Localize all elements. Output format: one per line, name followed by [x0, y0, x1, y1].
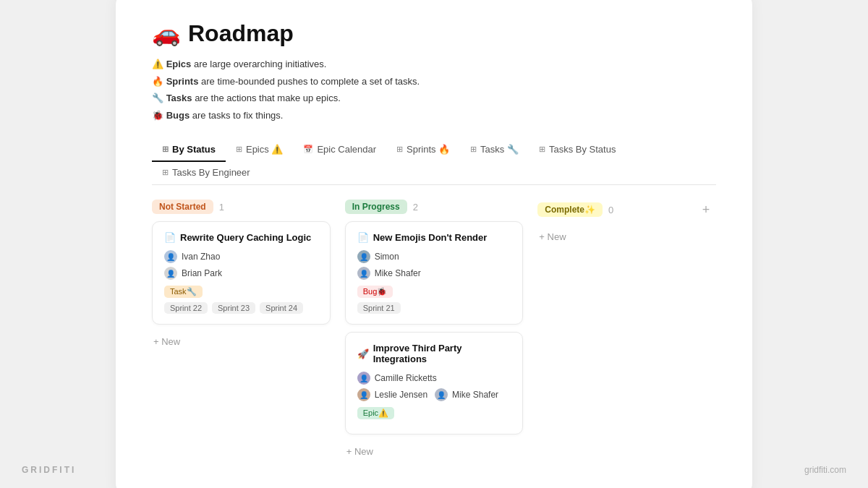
sprint-tag-24: Sprint 24 — [260, 302, 303, 314]
column-count-in-progress: 2 — [413, 202, 418, 213]
card-1-assignee-brian: 👤 Brian Park — [164, 267, 318, 280]
status-badge-in-progress: In Progress — [345, 200, 407, 214]
assignee-ivan-name: Ivan Zhao — [182, 252, 220, 262]
desc-epics: ⚠️ Epics are large overarching initiativ… — [152, 57, 716, 72]
kanban-card-3[interactable]: 🚀 Improve Third Party Integrations 👤 Cam… — [345, 332, 524, 435]
tab-sprints-label: Sprints 🔥 — [407, 144, 450, 155]
new-button-not-started-label: + New — [153, 336, 180, 347]
status-badge-not-started: Not Started — [152, 200, 213, 214]
card-1-title-icon: 📄 — [164, 232, 176, 243]
column-in-progress: In Progress 2 📄 New Emojis Don't Render … — [345, 200, 524, 461]
card-2-title: 📄 New Emojis Don't Render — [357, 232, 511, 243]
tab-tasks-label: Tasks 🔧 — [480, 144, 519, 155]
sprint-tag-21: Sprint 21 — [357, 302, 401, 314]
card-1-tags: Task🔧 — [164, 286, 318, 298]
avatar-brian: 👤 — [164, 267, 177, 280]
column-count-not-started: 1 — [219, 202, 224, 213]
desc-epics-bold: Epics — [166, 59, 192, 69]
desc-bugs: 🐞 Bugs are tasks to fix things. — [152, 108, 716, 123]
tab-tasks-by-engineer-icon: ⊞ — [162, 168, 169, 177]
new-button-in-progress[interactable]: + New — [345, 442, 524, 461]
avatar-ivan: 👤 — [164, 250, 177, 263]
desc-sprints-emoji: 🔥 — [152, 76, 163, 87]
card-3-assignee-camille: 👤 Camille Ricketts — [357, 372, 511, 385]
assignee-leslie-name: Leslie Jensen — [375, 390, 427, 400]
assignee-brian-name: Brian Park — [182, 268, 222, 278]
column-header-not-started: Not Started 1 — [152, 200, 331, 214]
column-header-in-progress: In Progress 2 — [345, 200, 524, 214]
tab-epic-calendar-label: Epic Calendar — [317, 144, 376, 155]
tab-tasks-icon: ⊞ — [470, 145, 477, 154]
brand-bottom-left: GRIDFITI — [22, 465, 76, 475]
kanban-board: Not Started 1 📄 Rewrite Query Caching Lo… — [152, 200, 716, 461]
description-section: ⚠️ Epics are large overarching initiativ… — [152, 57, 716, 122]
column-count-complete: 0 — [608, 205, 613, 215]
avatar-camille: 👤 — [357, 372, 370, 385]
card-2-tags: Bug🐞 — [357, 286, 511, 298]
card-2-title-text: New Emojis Don't Render — [373, 232, 488, 243]
card-1-sprints: Sprint 22 Sprint 23 Sprint 24 — [164, 302, 318, 314]
new-button-not-started[interactable]: + New — [152, 332, 331, 351]
column-complete: Complete✨ 0 + + New — [537, 200, 716, 247]
add-column-button[interactable]: + — [696, 200, 716, 220]
tab-by-status-label: By Status — [172, 144, 216, 155]
card-3-title: 🚀 Improve Third Party Integrations — [357, 343, 511, 364]
card-2-assignee-simon: 👤 Simon — [357, 250, 511, 263]
sprint-tag-23: Sprint 23 — [212, 302, 255, 314]
card-3-tags: Epic⚠️ — [357, 407, 511, 419]
desc-tasks-bold: Tasks — [166, 93, 192, 103]
avatar-mike: 👤 — [357, 267, 370, 280]
desc-bugs-bold: Bugs — [166, 110, 190, 121]
avatar-simon: 👤 — [357, 250, 370, 263]
assignee-mike-name: Mike Shafer — [375, 268, 421, 278]
card-3-title-text: Improve Third Party Integrations — [373, 343, 511, 364]
card-1-title: 📄 Rewrite Query Caching Logic — [164, 232, 318, 243]
brand-bottom-right: gridfiti.com — [804, 465, 846, 475]
tab-tasks-by-engineer-label: Tasks By Engineer — [172, 167, 250, 178]
card-1-assignee-ivan: 👤 Ivan Zhao — [164, 250, 318, 263]
desc-sprints-bold: Sprints — [166, 76, 199, 87]
tab-tasks[interactable]: ⊞ Tasks 🔧 — [460, 138, 529, 162]
tab-epics[interactable]: ⊞ Epics ⚠️ — [226, 138, 293, 162]
tag-task: Task🔧 — [164, 286, 203, 298]
tab-epic-calendar-icon: 📅 — [303, 145, 313, 154]
card-2-sprints: Sprint 21 — [357, 302, 511, 314]
tab-bar: ⊞ By Status ⊞ Epics ⚠️ 📅 Epic Calendar ⊞… — [152, 138, 716, 185]
avatar-leslie: 👤 — [357, 388, 370, 401]
status-badge-complete: Complete✨ — [537, 202, 603, 217]
kanban-card-2[interactable]: 📄 New Emojis Don't Render 👤 Simon 👤 Mike… — [345, 221, 524, 325]
tab-tasks-by-engineer[interactable]: ⊞ Tasks By Engineer — [152, 161, 260, 185]
tab-by-status-icon: ⊞ — [162, 145, 169, 154]
new-button-in-progress-label: + New — [346, 446, 373, 457]
tab-sprints[interactable]: ⊞ Sprints 🔥 — [386, 138, 460, 162]
sprint-tag-22: Sprint 22 — [164, 302, 208, 314]
tab-tasks-by-status-label: Tasks By Status — [549, 144, 616, 155]
tab-epics-icon: ⊞ — [236, 145, 242, 154]
column-header-complete: Complete✨ 0 + — [537, 200, 716, 220]
tag-epic: Epic⚠️ — [357, 407, 394, 419]
tab-epic-calendar[interactable]: 📅 Epic Calendar — [293, 138, 386, 162]
main-card: 🚗 Roadmap ⚠️ Epics are large overarching… — [116, 0, 752, 488]
column-not-started: Not Started 1 📄 Rewrite Query Caching Lo… — [152, 200, 331, 351]
card-1-title-text: Rewrite Query Caching Logic — [180, 232, 311, 243]
assignee-mike-2-name: Mike Shafer — [452, 390, 498, 400]
desc-epics-emoji: ⚠️ — [152, 59, 163, 69]
tab-tasks-by-status[interactable]: ⊞ Tasks By Status — [529, 138, 626, 162]
avatar-mike-2: 👤 — [435, 388, 448, 401]
card-2-assignee-mike: 👤 Mike Shafer — [357, 267, 511, 280]
new-button-complete[interactable]: + New — [537, 227, 716, 247]
tab-by-status[interactable]: ⊞ By Status — [152, 138, 226, 162]
assignee-camille-name: Camille Ricketts — [375, 373, 437, 383]
card-3-title-icon: 🚀 — [357, 348, 369, 359]
tag-bug: Bug🐞 — [357, 286, 393, 298]
kanban-card-1[interactable]: 📄 Rewrite Query Caching Logic 👤 Ivan Zha… — [152, 221, 331, 325]
tab-sprints-icon: ⊞ — [396, 145, 403, 154]
page-title-text: Roadmap — [188, 20, 294, 47]
new-button-complete-label: + New — [539, 231, 566, 242]
tab-tasks-by-status-icon: ⊞ — [539, 145, 545, 154]
desc-tasks: 🔧 Tasks are the actions that make up epi… — [152, 91, 716, 106]
page-title: 🚗 Roadmap — [152, 20, 716, 47]
page-title-emoji: 🚗 — [152, 20, 181, 47]
desc-sprints: 🔥 Sprints are time-bounded pushes to com… — [152, 74, 716, 89]
desc-tasks-emoji: 🔧 — [152, 93, 163, 103]
